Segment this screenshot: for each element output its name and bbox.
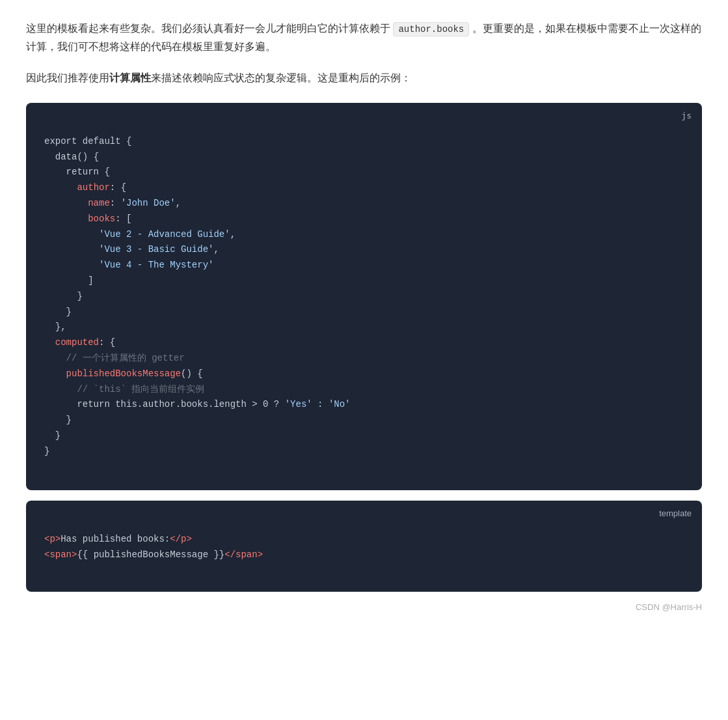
inline-code-author-books: author.books: [393, 22, 469, 36]
para2-text2: 来描述依赖响应式状态的复杂逻辑。这是重构后的示例：: [151, 72, 411, 83]
para2-bold: 计算属性: [109, 72, 151, 83]
template-code-block: template <p>Has published books:</p> <sp…: [26, 501, 702, 591]
para1-text1: 这里的模板看起来有些复杂。我们必须认真看好一会儿才能明白它的计算依赖于: [26, 23, 390, 34]
js-code-area: export default { data() { return { autho…: [44, 118, 684, 475]
template-code-area: <p>Has published books:</p> <span>{{ pub…: [44, 516, 684, 578]
js-code-block: js export default { data() { return { au…: [26, 103, 702, 490]
watermark: CSDN @Harris-H: [26, 602, 702, 612]
para2-text1: 因此我们推荐使用: [26, 72, 109, 83]
js-badge: js: [681, 111, 692, 120]
paragraph-2: 因此我们推荐使用计算属性来描述依赖响应式状态的复杂逻辑。这是重构后的示例：: [26, 69, 702, 87]
template-badge: template: [659, 508, 692, 518]
paragraph-1: 这里的模板看起来有些复杂。我们必须认真看好一会儿才能明白它的计算依赖于 auth…: [26, 20, 702, 56]
